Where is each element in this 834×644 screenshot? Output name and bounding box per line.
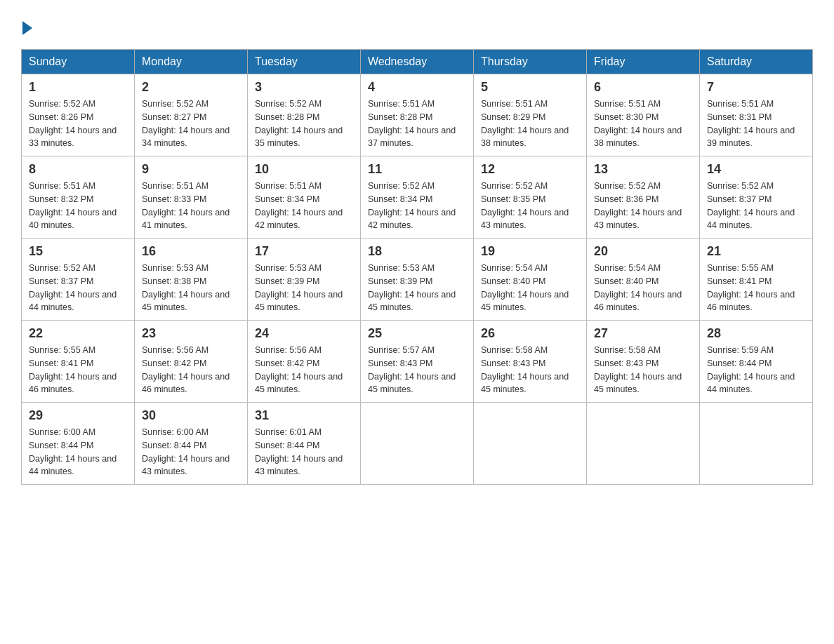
day-number: 10 (255, 162, 353, 177)
calendar-cell (474, 403, 587, 485)
day-info: Sunrise: 5:52 AMSunset: 8:28 PMDaylight:… (255, 98, 353, 150)
calendar-week-row: 8Sunrise: 5:51 AMSunset: 8:32 PMDaylight… (22, 156, 813, 239)
day-info: Sunrise: 5:52 AMSunset: 8:37 PMDaylight:… (707, 180, 805, 232)
day-info: Sunrise: 5:55 AMSunset: 8:41 PMDaylight:… (29, 344, 127, 396)
calendar-cell: 7Sunrise: 5:51 AMSunset: 8:31 PMDaylight… (700, 74, 813, 156)
day-info: Sunrise: 5:51 AMSunset: 8:32 PMDaylight:… (29, 180, 127, 232)
day-number: 18 (368, 244, 466, 259)
day-number: 21 (707, 244, 805, 259)
day-number: 30 (142, 408, 240, 423)
calendar-cell: 26Sunrise: 5:58 AMSunset: 8:43 PMDayligh… (474, 321, 587, 403)
day-number: 5 (481, 80, 579, 95)
calendar-cell: 15Sunrise: 5:52 AMSunset: 8:37 PMDayligh… (22, 239, 135, 321)
weekday-header-friday: Friday (587, 50, 700, 74)
calendar-cell: 20Sunrise: 5:54 AMSunset: 8:40 PMDayligh… (587, 239, 700, 321)
day-number: 15 (29, 244, 127, 259)
day-info: Sunrise: 5:53 AMSunset: 8:39 PMDaylight:… (255, 262, 353, 314)
day-info: Sunrise: 5:58 AMSunset: 8:43 PMDaylight:… (481, 344, 579, 396)
calendar-cell (361, 403, 474, 485)
logo-arrow-icon (22, 21, 32, 35)
calendar-week-row: 22Sunrise: 5:55 AMSunset: 8:41 PMDayligh… (22, 321, 813, 403)
day-info: Sunrise: 6:00 AMSunset: 8:44 PMDaylight:… (29, 426, 127, 478)
day-info: Sunrise: 5:51 AMSunset: 8:30 PMDaylight:… (594, 98, 692, 150)
day-number: 3 (255, 80, 353, 95)
calendar-cell: 27Sunrise: 5:58 AMSunset: 8:43 PMDayligh… (587, 321, 700, 403)
logo (21, 21, 32, 35)
weekday-header-saturday: Saturday (700, 50, 813, 74)
day-info: Sunrise: 5:52 AMSunset: 8:35 PMDaylight:… (481, 180, 579, 232)
day-info: Sunrise: 5:52 AMSunset: 8:36 PMDaylight:… (594, 180, 692, 232)
day-number: 29 (29, 408, 127, 423)
calendar-week-row: 1Sunrise: 5:52 AMSunset: 8:26 PMDaylight… (22, 74, 813, 156)
weekday-header-thursday: Thursday (474, 50, 587, 74)
day-info: Sunrise: 5:52 AMSunset: 8:37 PMDaylight:… (29, 262, 127, 314)
day-info: Sunrise: 5:54 AMSunset: 8:40 PMDaylight:… (481, 262, 579, 314)
weekday-header-wednesday: Wednesday (361, 50, 474, 74)
day-number: 4 (368, 80, 466, 95)
day-number: 26 (481, 326, 579, 341)
calendar-table: SundayMondayTuesdayWednesdayThursdayFrid… (21, 49, 813, 485)
calendar-week-row: 29Sunrise: 6:00 AMSunset: 8:44 PMDayligh… (22, 403, 813, 485)
day-number: 8 (29, 162, 127, 177)
calendar-cell: 28Sunrise: 5:59 AMSunset: 8:44 PMDayligh… (700, 321, 813, 403)
calendar-week-row: 15Sunrise: 5:52 AMSunset: 8:37 PMDayligh… (22, 239, 813, 321)
day-info: Sunrise: 5:55 AMSunset: 8:41 PMDaylight:… (707, 262, 805, 314)
day-number: 19 (481, 244, 579, 259)
calendar-cell: 21Sunrise: 5:55 AMSunset: 8:41 PMDayligh… (700, 239, 813, 321)
calendar-cell (700, 403, 813, 485)
calendar-cell: 2Sunrise: 5:52 AMSunset: 8:27 PMDaylight… (135, 74, 248, 156)
day-info: Sunrise: 5:52 AMSunset: 8:34 PMDaylight:… (368, 180, 466, 232)
day-number: 12 (481, 162, 579, 177)
calendar-cell: 22Sunrise: 5:55 AMSunset: 8:41 PMDayligh… (22, 321, 135, 403)
calendar-cell: 11Sunrise: 5:52 AMSunset: 8:34 PMDayligh… (361, 156, 474, 239)
day-number: 2 (142, 80, 240, 95)
day-info: Sunrise: 5:51 AMSunset: 8:29 PMDaylight:… (481, 98, 579, 150)
day-number: 25 (368, 326, 466, 341)
calendar-cell: 17Sunrise: 5:53 AMSunset: 8:39 PMDayligh… (248, 239, 361, 321)
day-info: Sunrise: 5:56 AMSunset: 8:42 PMDaylight:… (255, 344, 353, 396)
calendar-cell: 18Sunrise: 5:53 AMSunset: 8:39 PMDayligh… (361, 239, 474, 321)
day-info: Sunrise: 5:53 AMSunset: 8:38 PMDaylight:… (142, 262, 240, 314)
day-info: Sunrise: 5:52 AMSunset: 8:27 PMDaylight:… (142, 98, 240, 150)
calendar-cell: 6Sunrise: 5:51 AMSunset: 8:30 PMDaylight… (587, 74, 700, 156)
day-info: Sunrise: 5:51 AMSunset: 8:31 PMDaylight:… (707, 98, 805, 150)
day-number: 14 (707, 162, 805, 177)
calendar-cell: 24Sunrise: 5:56 AMSunset: 8:42 PMDayligh… (248, 321, 361, 403)
calendar-cell: 1Sunrise: 5:52 AMSunset: 8:26 PMDaylight… (22, 74, 135, 156)
calendar-cell: 23Sunrise: 5:56 AMSunset: 8:42 PMDayligh… (135, 321, 248, 403)
calendar-cell: 9Sunrise: 5:51 AMSunset: 8:33 PMDaylight… (135, 156, 248, 239)
day-info: Sunrise: 5:51 AMSunset: 8:28 PMDaylight:… (368, 98, 466, 150)
calendar-cell: 14Sunrise: 5:52 AMSunset: 8:37 PMDayligh… (700, 156, 813, 239)
page-header (21, 21, 813, 35)
day-info: Sunrise: 5:56 AMSunset: 8:42 PMDaylight:… (142, 344, 240, 396)
day-info: Sunrise: 5:51 AMSunset: 8:33 PMDaylight:… (142, 180, 240, 232)
day-number: 23 (142, 326, 240, 341)
day-number: 6 (594, 80, 692, 95)
calendar-cell: 13Sunrise: 5:52 AMSunset: 8:36 PMDayligh… (587, 156, 700, 239)
weekday-header-sunday: Sunday (22, 50, 135, 74)
day-info: Sunrise: 5:59 AMSunset: 8:44 PMDaylight:… (707, 344, 805, 396)
day-number: 27 (594, 326, 692, 341)
day-number: 24 (255, 326, 353, 341)
day-info: Sunrise: 5:58 AMSunset: 8:43 PMDaylight:… (594, 344, 692, 396)
day-number: 16 (142, 244, 240, 259)
day-number: 1 (29, 80, 127, 95)
calendar-cell: 12Sunrise: 5:52 AMSunset: 8:35 PMDayligh… (474, 156, 587, 239)
day-number: 31 (255, 408, 353, 423)
day-info: Sunrise: 5:53 AMSunset: 8:39 PMDaylight:… (368, 262, 466, 314)
calendar-cell: 29Sunrise: 6:00 AMSunset: 8:44 PMDayligh… (22, 403, 135, 485)
day-number: 7 (707, 80, 805, 95)
calendar-cell: 10Sunrise: 5:51 AMSunset: 8:34 PMDayligh… (248, 156, 361, 239)
calendar-cell: 31Sunrise: 6:01 AMSunset: 8:44 PMDayligh… (248, 403, 361, 485)
calendar-cell: 4Sunrise: 5:51 AMSunset: 8:28 PMDaylight… (361, 74, 474, 156)
day-number: 9 (142, 162, 240, 177)
calendar-cell: 8Sunrise: 5:51 AMSunset: 8:32 PMDaylight… (22, 156, 135, 239)
calendar-header-row: SundayMondayTuesdayWednesdayThursdayFrid… (22, 50, 813, 74)
day-number: 22 (29, 326, 127, 341)
day-number: 13 (594, 162, 692, 177)
weekday-header-tuesday: Tuesday (248, 50, 361, 74)
calendar-cell (587, 403, 700, 485)
calendar-cell: 16Sunrise: 5:53 AMSunset: 8:38 PMDayligh… (135, 239, 248, 321)
day-info: Sunrise: 5:57 AMSunset: 8:43 PMDaylight:… (368, 344, 466, 396)
day-info: Sunrise: 5:54 AMSunset: 8:40 PMDaylight:… (594, 262, 692, 314)
